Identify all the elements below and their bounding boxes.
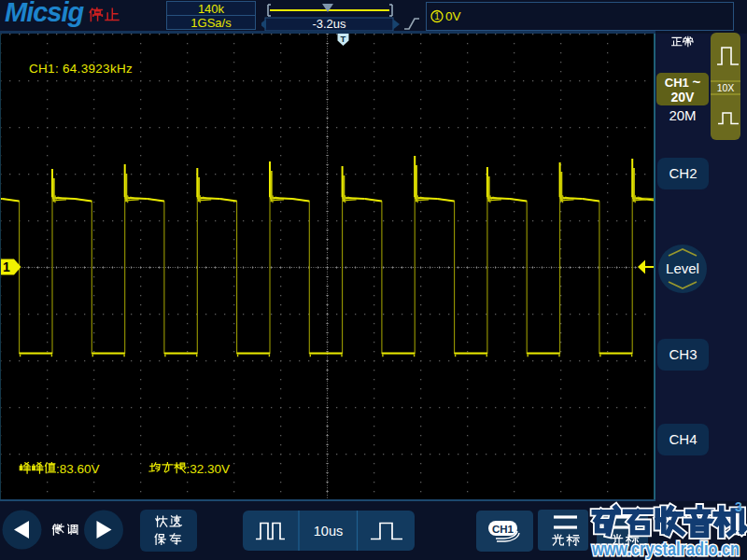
svg-text:Level: Level — [666, 260, 699, 276]
svg-text:1: 1 — [3, 259, 10, 274]
svg-text:www.crystalradio.cn: www.crystalradio.cn — [591, 539, 740, 559]
svg-text:CH1: 64.3923kHz: CH1: 64.3923kHz — [29, 62, 133, 76]
svg-text:1: 1 — [434, 11, 440, 21]
svg-text:T: T — [341, 34, 346, 44]
svg-text:10us: 10us — [314, 524, 343, 539]
svg-text:3: 3 — [735, 499, 742, 514]
svg-text:0V: 0V — [445, 9, 461, 23]
svg-text::32.30V: :32.30V — [187, 462, 231, 476]
svg-text::83.60V: :83.60V — [56, 462, 100, 476]
svg-text:10X: 10X — [717, 82, 735, 93]
svg-text:CH1: CH1 — [492, 523, 514, 534]
